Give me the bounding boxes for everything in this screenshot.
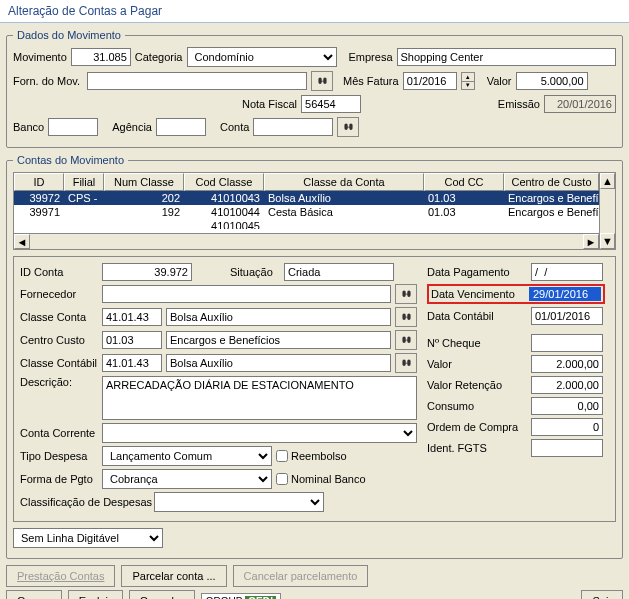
detail-panel: ID Conta Situação Fornecedor Classe Cont…	[13, 256, 616, 522]
col-cod-classe[interactable]: Cod Classe	[184, 173, 264, 191]
situacao-input[interactable]	[284, 263, 394, 281]
data-pagto-input[interactable]	[531, 263, 603, 281]
table-row[interactable]: 39972CPS -20241010043Bolsa Auxílio01.03E…	[14, 191, 599, 205]
n-cheque-label: Nº Cheque	[427, 337, 527, 349]
movimento-label: Movimento	[13, 51, 67, 63]
centro-custo-search-button[interactable]	[395, 330, 417, 350]
scroll-up-icon[interactable]: ▲	[600, 173, 615, 189]
consumo-input[interactable]	[531, 397, 603, 415]
ident-label: Ident. FGTS	[427, 442, 527, 454]
contas-movimento-group: Contas do Movimento ID Filial Num Classe…	[6, 154, 623, 559]
data-venc-value[interactable]: 29/01/2016	[529, 287, 601, 301]
chevron-up-icon[interactable]: ▲	[462, 73, 474, 82]
ged-label: GED!	[245, 596, 276, 600]
classe-conta-label: Classe Conta	[20, 311, 98, 323]
conta-input[interactable]	[253, 118, 333, 136]
n-cheque-input[interactable]	[531, 334, 603, 352]
conta-corrente-select[interactable]	[102, 423, 417, 443]
banco-label: Banco	[13, 121, 44, 133]
id-conta-label: ID Conta	[20, 266, 98, 278]
nota-fiscal-input[interactable]	[301, 95, 361, 113]
classe-conta-search-button[interactable]	[395, 307, 417, 327]
classe-conta-desc[interactable]	[166, 308, 391, 326]
nominal-checkbox[interactable]: Nominal Banco	[276, 473, 366, 485]
id-conta-input[interactable]	[102, 263, 192, 281]
cancelar-button[interactable]: Cancelar	[129, 590, 195, 599]
consumo-label: Consumo	[427, 400, 527, 412]
group-ged-button[interactable]: GROUP GED!	[201, 593, 282, 600]
scroll-left-icon[interactable]: ◄	[14, 234, 30, 249]
forn-input[interactable]	[87, 72, 307, 90]
forn-search-button[interactable]	[311, 71, 333, 91]
dados-movimento-group: Dados do Movimento Movimento Categoria C…	[6, 29, 623, 148]
tipo-despesa-select[interactable]: Lançamento Comum	[102, 446, 272, 466]
mes-fatura-spinner[interactable]: ▲▼	[461, 72, 475, 90]
binoculars-icon	[316, 75, 329, 88]
scroll-right-icon[interactable]: ►	[583, 234, 599, 249]
categoria-select[interactable]: Condomínio	[187, 47, 337, 67]
grid-header: ID Filial Num Classe Cod Classe Classe d…	[14, 173, 599, 191]
parcelar-button[interactable]: Parcelar conta ...	[121, 565, 226, 587]
valor-ret-input[interactable]	[531, 376, 603, 394]
table-row[interactable]: 3997119241010044Cesta Básica01.03Encargo…	[14, 205, 599, 219]
chevron-down-icon[interactable]: ▼	[462, 82, 474, 90]
group-label: GROUP	[206, 596, 243, 600]
vertical-scrollbar[interactable]: ▲ ▼	[599, 173, 615, 249]
mes-fatura-input[interactable]	[403, 72, 457, 90]
binoculars-icon	[400, 334, 413, 347]
gravar-button[interactable]: Gravar	[6, 590, 62, 599]
horizontal-scrollbar[interactable]: ◄ ►	[14, 233, 599, 249]
forn-label: Forn. do Mov.	[13, 75, 83, 87]
conta-corrente-label: Conta Corrente	[20, 427, 98, 439]
contas-legend: Contas do Movimento	[13, 154, 128, 166]
data-contabil-label: Data Contábil	[427, 310, 527, 322]
classe-contabil-search-button[interactable]	[395, 353, 417, 373]
col-id[interactable]: ID	[14, 173, 64, 191]
scroll-down-icon[interactable]: ▼	[600, 233, 615, 249]
forma-pgto-select[interactable]: Cobrança	[102, 469, 272, 489]
empresa-input[interactable]	[397, 48, 616, 66]
data-venc-label: Data Vencimento	[431, 288, 525, 300]
valor-input[interactable]	[516, 72, 588, 90]
classe-conta-cod[interactable]	[102, 308, 162, 326]
banco-input[interactable]	[48, 118, 98, 136]
classe-contabil-cod[interactable]	[102, 354, 162, 372]
col-num-classe[interactable]: Num Classe	[104, 173, 184, 191]
col-centro-custo[interactable]: Centro de Custo	[504, 173, 599, 191]
movimento-input[interactable]	[71, 48, 131, 66]
reembolso-checkbox[interactable]: Reembolso	[276, 450, 347, 462]
sair-button[interactable]: Sair	[581, 590, 623, 599]
binoculars-icon	[342, 121, 355, 134]
classe-contabil-desc[interactable]	[166, 354, 391, 372]
data-vencimento-highlight: Data Vencimento 29/01/2016	[427, 284, 605, 304]
table-row[interactable]: 41010045	[14, 219, 599, 229]
centro-custo-cod[interactable]	[102, 331, 162, 349]
valor-label: Valor	[487, 75, 512, 87]
valor-ret-label: Valor Retenção	[427, 379, 527, 391]
emissao-label: Emissão	[498, 98, 540, 110]
centro-custo-desc[interactable]	[166, 331, 391, 349]
excluir-button[interactable]: Excluir	[68, 590, 123, 599]
ident-input[interactable]	[531, 439, 603, 457]
col-classe-conta[interactable]: Classe da Conta	[264, 173, 424, 191]
fornecedor-search-button[interactable]	[395, 284, 417, 304]
classif-select[interactable]	[154, 492, 324, 512]
col-cod-cc[interactable]: Cod CC	[424, 173, 504, 191]
binoculars-icon	[400, 311, 413, 324]
conta-search-button[interactable]	[337, 117, 359, 137]
data-contabil-input[interactable]	[531, 307, 603, 325]
agencia-input[interactable]	[156, 118, 206, 136]
ordem-input[interactable]	[531, 418, 603, 436]
linha-digitavel-select[interactable]: Sem Linha Digitável	[13, 528, 163, 548]
emissao-input	[544, 95, 616, 113]
binoculars-icon	[400, 288, 413, 301]
descricao-textarea[interactable]: ARRECADAÇÃO DIÁRIA DE ESTACIONAMENTO	[102, 376, 417, 420]
col-filial[interactable]: Filial	[64, 173, 104, 191]
valor2-input[interactable]	[531, 355, 603, 373]
cancelar-parcel-button: Cancelar parcelamento	[233, 565, 369, 587]
fornecedor-input[interactable]	[102, 285, 391, 303]
contas-grid[interactable]: ID Filial Num Classe Cod Classe Classe d…	[13, 172, 616, 250]
mes-fatura-label: Mês Fatura	[343, 75, 399, 87]
centro-custo-label: Centro Custo	[20, 334, 98, 346]
reembolso-label: Reembolso	[291, 450, 347, 462]
